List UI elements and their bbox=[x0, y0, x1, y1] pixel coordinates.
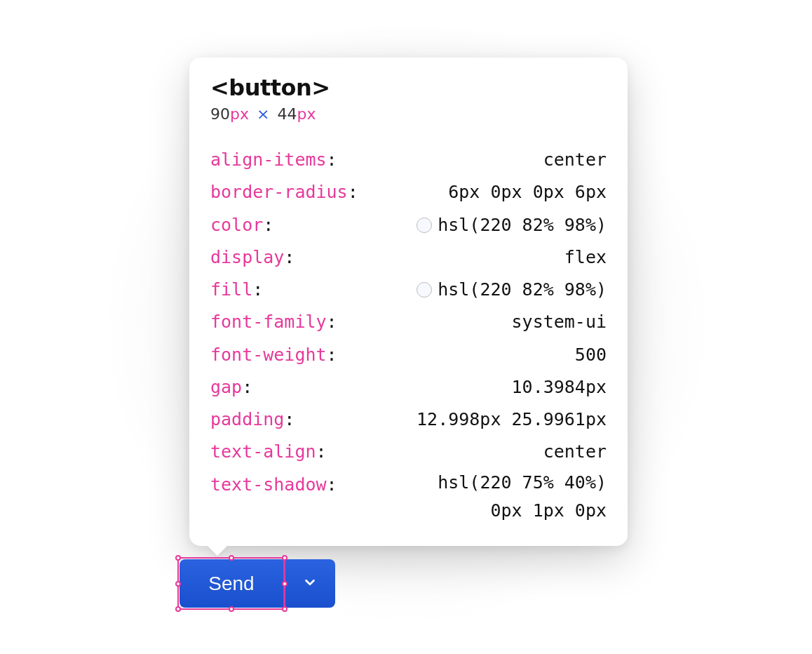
element-dimensions: 90px × 44px bbox=[210, 105, 607, 123]
property-name: padding bbox=[210, 403, 295, 436]
property-name: font-weight bbox=[210, 339, 337, 371]
element-tag: <button> bbox=[210, 74, 607, 101]
property-row: displayflex bbox=[210, 241, 607, 274]
dim-width: 90 bbox=[210, 105, 230, 123]
property-value: 12.998px 25.9961px bbox=[417, 403, 607, 436]
property-name: text-shadow bbox=[210, 469, 337, 501]
property-value: hsl(220 82% 98%) bbox=[417, 209, 607, 241]
property-value: 500 bbox=[575, 339, 607, 371]
property-row: padding12.998px 25.9961px bbox=[210, 403, 607, 436]
send-button[interactable]: Send bbox=[180, 559, 283, 608]
property-value: system-ui bbox=[512, 306, 607, 338]
property-name: color bbox=[210, 209, 273, 241]
inspector-tooltip: <button> 90px × 44px align-itemscenterbo… bbox=[189, 58, 628, 546]
property-name: align-items bbox=[210, 144, 337, 176]
property-name: gap bbox=[210, 371, 252, 403]
property-row: border-radius6px 0px 0px 6px bbox=[210, 176, 607, 208]
property-name: display bbox=[210, 241, 295, 274]
dim-width-unit: px bbox=[230, 105, 249, 123]
color-swatch bbox=[417, 218, 432, 233]
property-value: 10.3984px bbox=[512, 371, 607, 403]
property-name: text-align bbox=[210, 436, 327, 468]
property-name: fill bbox=[210, 274, 263, 306]
dim-height: 44 bbox=[277, 105, 297, 123]
dim-height-unit: px bbox=[297, 105, 316, 123]
property-row: colorhsl(220 82% 98%) bbox=[210, 209, 607, 241]
property-row: font-familysystem-ui bbox=[210, 306, 607, 338]
property-value: hsl(220 75% 40%)0px 1px 0px bbox=[438, 469, 607, 525]
send-dropdown-button[interactable] bbox=[283, 559, 335, 608]
property-row: align-itemscenter bbox=[210, 144, 607, 176]
send-button-group: Send bbox=[180, 559, 335, 608]
property-name: border-radius bbox=[210, 176, 358, 208]
property-value: flex bbox=[564, 241, 607, 274]
property-row: fillhsl(220 82% 98%) bbox=[210, 274, 607, 306]
property-row: gap10.3984px bbox=[210, 371, 607, 403]
property-row: font-weight500 bbox=[210, 339, 607, 371]
send-button-label: Send bbox=[208, 573, 254, 595]
property-value: center bbox=[543, 436, 607, 468]
property-row: text-aligncenter bbox=[210, 436, 607, 468]
dim-separator: × bbox=[257, 105, 269, 123]
property-row: text-shadowhsl(220 75% 40%)0px 1px 0px bbox=[210, 469, 607, 525]
color-swatch bbox=[417, 282, 432, 298]
property-value: center bbox=[543, 144, 607, 176]
property-value: 6px 0px 0px 6px bbox=[448, 176, 607, 208]
property-name: font-family bbox=[210, 306, 337, 338]
property-value: hsl(220 82% 98%) bbox=[417, 274, 607, 306]
property-list: align-itemscenterborder-radius6px 0px 0p… bbox=[210, 144, 607, 525]
chevron-down-icon bbox=[302, 575, 318, 592]
